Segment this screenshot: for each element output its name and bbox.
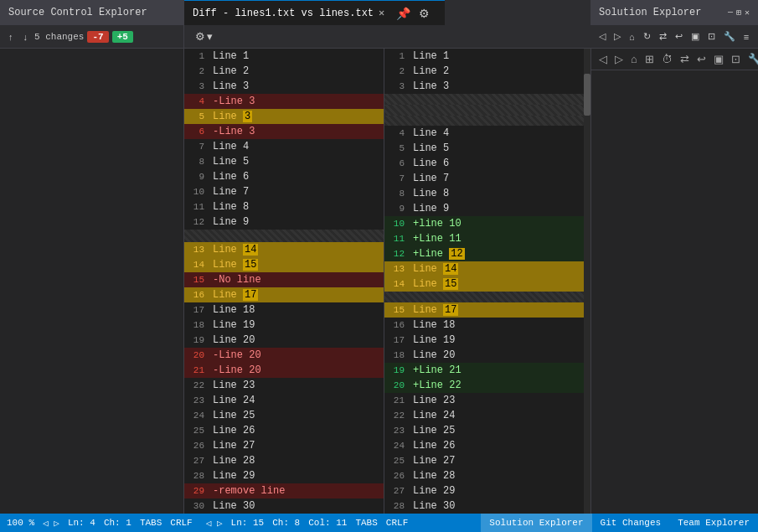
diff-line: 24Line 25 [184, 408, 384, 423]
line-content: Line 9 [209, 216, 384, 228]
line-number: 17 [384, 335, 410, 345]
sol-nav-view[interactable]: ▣ [711, 52, 726, 66]
solution-panel-minimize[interactable]: — [728, 8, 733, 18]
line-number: 18 [384, 350, 410, 360]
status-arrows[interactable]: ◁ ▷ [43, 518, 59, 529]
line-content: -Line 3 [209, 126, 384, 137]
sol-nav-sync[interactable]: ⇄ [678, 52, 692, 66]
line-content: Line 2 [209, 65, 384, 77]
source-control-panel [0, 49, 184, 514]
sol-back-button[interactable]: ◁ [596, 29, 609, 44]
line-content: Line 28 [410, 470, 584, 482]
line-content: Line 3 [410, 80, 584, 92]
status-tab-team-explorer[interactable]: Team Explorer [669, 514, 758, 532]
source-panel-title: Source Control Explorer [0, 0, 184, 25]
sol-tools-button[interactable]: 🔧 [720, 29, 739, 44]
line-number: 27 [384, 486, 410, 496]
line-number: 16 [384, 320, 410, 330]
diff-line: 8Line 8 [384, 186, 584, 201]
line-number: 17 [184, 305, 209, 315]
line-number: 11 [384, 234, 410, 244]
diff-blank-line [384, 105, 584, 116]
diff-tab[interactable]: Diff - lines1.txt vs lines.txt ✕ 📌 ⚙ [184, 0, 445, 25]
right-crlf[interactable]: CRLF [386, 518, 408, 528]
line-content: Line 6 [209, 171, 384, 183]
zoom-level[interactable]: 100 % [7, 518, 34, 528]
sol-nav-split[interactable]: ⊡ [729, 52, 743, 66]
diff-pin-button[interactable]: 📌 [393, 5, 414, 22]
status-arrows-mid[interactable]: ◁ ▷ [206, 518, 223, 529]
right-tabs[interactable]: TABS [355, 518, 377, 528]
diff-tab-close[interactable]: ✕ [379, 7, 384, 19]
diff-line: 6Line 6 [384, 156, 584, 171]
status-tab-git-changes[interactable]: Git Changes [592, 514, 670, 532]
status-mid: ◁ ▷ Ln: 15 Ch: 8 Col: 11 TABS CRLF [199, 518, 482, 529]
sol-nav-back[interactable]: ◁ [596, 52, 610, 66]
sol-view-button[interactable]: ▣ [688, 29, 703, 44]
line-content: Line 18 [209, 304, 384, 316]
diff-left-column: 1Line 12Line 23Line 34-Line 35Line 36-Li… [184, 49, 384, 514]
sol-nav-tree[interactable]: ⊞ [642, 52, 657, 66]
line-content: Line 30 [410, 500, 584, 512]
right-col-num: Col: 11 [308, 518, 347, 528]
sol-forward-button[interactable]: ▷ [611, 29, 624, 44]
sol-more-button[interactable]: ≡ [740, 30, 752, 44]
diff-scrollbar[interactable] [584, 49, 590, 514]
left-crlf[interactable]: CRLF [170, 518, 192, 528]
diff-blank-line [384, 292, 584, 302]
diff-settings-dropdown-button[interactable]: ⚙ ▾ [189, 28, 219, 45]
diff-line: 11Line 8 [184, 199, 384, 214]
diff-blank-line [384, 116, 584, 127]
sol-home-button[interactable]: ⌂ [626, 30, 638, 44]
app-container: Source Control Explorer Diff - lines1.tx… [0, 0, 758, 532]
sol-nav-undo[interactable]: ↩ [694, 52, 709, 66]
diff-line: 3Line 3 [184, 79, 384, 94]
line-content: Line 30 [209, 500, 384, 512]
diff-line: 26Line 28 [384, 468, 584, 483]
status-left: 100 % ◁ ▷ Ln: 4 Ch: 1 TABS CRLF [0, 518, 199, 529]
sol-nav-time[interactable]: ⏱ [659, 52, 675, 66]
line-content: Line 1 [410, 50, 584, 62]
line-content: Line 8 [209, 201, 384, 213]
line-content: Line 4 [209, 141, 384, 152]
line-number: 7 [184, 142, 209, 152]
line-content: Line 23 [410, 395, 584, 406]
diff-line: 20-Line 20 [184, 348, 384, 363]
diff-line: 24Line 26 [384, 438, 584, 453]
sol-refresh-button[interactable]: ↻ [640, 29, 654, 44]
line-content: Line 7 [209, 186, 384, 198]
diff-line: 6-Line 3 [184, 124, 384, 139]
sol-nav-wrench[interactable]: 🔧 [745, 52, 758, 66]
diff-line: 23Line 25 [384, 423, 584, 438]
left-tabs[interactable]: TABS [140, 518, 162, 528]
line-content: Line 24 [209, 395, 384, 406]
navigate-down-button[interactable]: ↓ [20, 30, 32, 44]
status-right: Solution Explorer Git Changes Team Explo… [481, 514, 758, 532]
diff-settings-button[interactable]: ⚙ [415, 5, 433, 22]
line-content: Line 2 [410, 65, 584, 77]
diff-line: 12+Line 12 [384, 246, 584, 261]
diff-blank-line [384, 94, 584, 105]
sol-sync-button[interactable]: ⇄ [656, 29, 670, 44]
diff-line: 16Line 17 [184, 287, 384, 302]
sol-nav-forward[interactable]: ▷ [612, 52, 626, 66]
line-content: Line 25 [209, 410, 384, 421]
solution-panel-controls: — ⊞ ✕ [728, 8, 750, 18]
sol-undo-button[interactable]: ↩ [672, 29, 686, 44]
solution-panel-dock[interactable]: ⊞ [736, 8, 741, 18]
line-content: Line 20 [209, 334, 384, 346]
line-number: 18 [184, 320, 209, 330]
diff-line: 14Line 15 [384, 276, 584, 292]
line-content: +Line 12 [410, 248, 584, 260]
line-content: Line 6 [410, 158, 584, 169]
diff-line: 3Line 3 [384, 79, 584, 94]
sol-split-button[interactable]: ⊡ [704, 29, 719, 44]
sol-nav-home[interactable]: ⌂ [628, 52, 640, 66]
line-content: -Line 20 [209, 349, 384, 361]
diff-line: 18Line 20 [384, 348, 584, 363]
status-tab-solution-explorer[interactable]: Solution Explorer [481, 514, 591, 532]
navigate-up-button[interactable]: ↑ [5, 30, 17, 44]
line-content: Line 9 [410, 203, 584, 214]
diff-scrollbar-thumb[interactable] [584, 74, 590, 116]
solution-panel-close[interactable]: ✕ [745, 8, 750, 18]
